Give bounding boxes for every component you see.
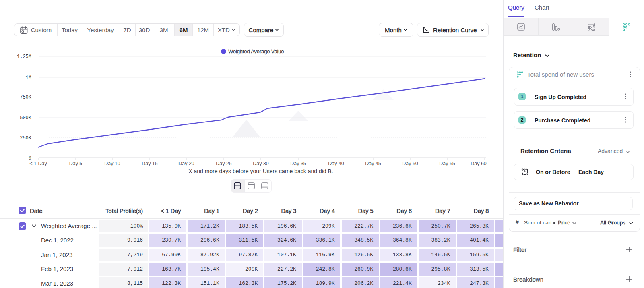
- svg-text:250K: 250K: [20, 135, 32, 141]
- svg-text:X and more days before your Us: X and more days before your Users came b…: [188, 168, 333, 174]
- svg-text:Day 15: Day 15: [142, 161, 158, 166]
- svg-text:Day 60: Day 60: [471, 161, 487, 166]
- svg-text:Day 25: Day 25: [216, 161, 232, 166]
- svg-text:Day 55: Day 55: [439, 161, 455, 166]
- svg-text:500K: 500K: [20, 115, 32, 121]
- svg-text:0: 0: [29, 155, 31, 161]
- svg-text:Day 40: Day 40: [328, 161, 344, 166]
- svg-text:Day 20: Day 20: [178, 161, 194, 166]
- svg-text:Day 45: Day 45: [365, 161, 381, 166]
- svg-text:< 1 Day: < 1 Day: [29, 161, 47, 166]
- svg-text:Day 5: Day 5: [69, 161, 83, 166]
- svg-text:Day 30: Day 30: [253, 161, 269, 166]
- svg-text:Day 50: Day 50: [402, 161, 418, 166]
- svg-text:1M: 1M: [26, 75, 31, 81]
- svg-text:750K: 750K: [20, 95, 32, 100]
- svg-text:1.25M: 1.25M: [17, 54, 31, 60]
- svg-text:Day 35: Day 35: [290, 161, 306, 166]
- svg-text:Day 10: Day 10: [104, 161, 120, 166]
